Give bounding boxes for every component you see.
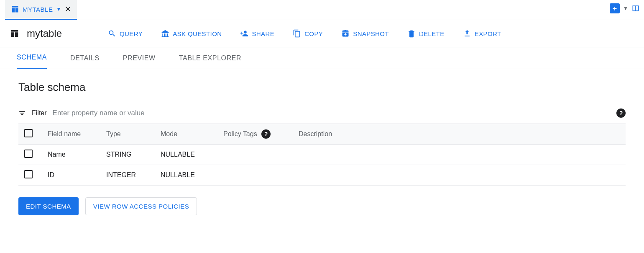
tab-strip: MYTABLE ▼ ✕: [0, 0, 644, 20]
share-button[interactable]: SHARE: [240, 29, 274, 38]
cell-policy-tags: [217, 145, 293, 165]
col-type: Type: [100, 124, 155, 145]
snapshot-button[interactable]: SNAPSHOT: [341, 29, 389, 38]
col-policy-tags: Policy Tags ?: [217, 124, 293, 145]
museum-icon: [161, 29, 169, 38]
table-header-row: Field name Type Mode Policy Tags ? Descr…: [18, 124, 626, 145]
subtabs: SCHEMA DETAILS PREVIEW TABLE EXPLORER: [0, 47, 644, 69]
query-button-label: QUERY: [120, 30, 143, 37]
export-label: EXPORT: [475, 30, 501, 37]
edit-schema-button[interactable]: EDIT SCHEMA: [18, 197, 79, 215]
table-icon: [11, 5, 19, 13]
cell-description: [293, 165, 626, 186]
chevron-down-icon[interactable]: ▼: [56, 6, 61, 12]
button-row: EDIT SCHEMA VIEW ROW ACCESS POLICIES: [18, 197, 626, 215]
share-label: SHARE: [252, 30, 274, 37]
snapshot-label: SNAPSHOT: [353, 30, 389, 37]
cell-field-name: ID: [42, 165, 100, 186]
help-icon[interactable]: ?: [261, 129, 271, 139]
toolbar: QUERY ASK QUESTION SHARE COPY SNAPSHOT D…: [108, 29, 501, 38]
col-description: Description: [293, 124, 626, 145]
cell-field-name: Name: [42, 145, 100, 165]
snapshot-icon: [341, 29, 350, 38]
cell-type: INTEGER: [100, 165, 155, 186]
close-icon[interactable]: ✕: [65, 5, 72, 14]
filter-input[interactable]: [53, 109, 611, 117]
delete-icon: [407, 29, 416, 38]
tab-menu-caret[interactable]: ▼: [623, 5, 628, 11]
top-right-controls: ＋ ▼: [610, 3, 640, 13]
row-checkbox[interactable]: [24, 150, 33, 158]
table-row: ID INTEGER NULLABLE: [18, 165, 626, 186]
copy-button[interactable]: COPY: [293, 29, 323, 38]
workspace-tab-mytable[interactable]: MYTABLE ▼ ✕: [5, 0, 77, 20]
tab-details[interactable]: DETAILS: [70, 47, 100, 69]
filter-icon: [18, 109, 26, 117]
col-mode: Mode: [155, 124, 217, 145]
content: Table schema Filter ? Field name Type Mo…: [0, 69, 644, 227]
select-all-checkbox[interactable]: [24, 129, 33, 137]
export-button[interactable]: EXPORT: [463, 29, 501, 38]
tab-schema[interactable]: SCHEMA: [17, 47, 47, 69]
title-left: mytable: [10, 28, 62, 39]
cell-policy-tags: [217, 165, 293, 186]
page-title: mytable: [27, 28, 62, 39]
table-row: Name STRING NULLABLE: [18, 145, 626, 165]
filter-row: Filter ?: [18, 104, 626, 124]
tab-preview[interactable]: PREVIEW: [123, 47, 156, 69]
schema-table: Field name Type Mode Policy Tags ? Descr…: [18, 124, 626, 186]
person-add-icon: [240, 29, 248, 38]
filter-label: Filter: [32, 109, 47, 117]
ask-question-button[interactable]: ASK QUESTION: [161, 29, 222, 38]
delete-button[interactable]: DELETE: [407, 29, 445, 38]
panel-icon[interactable]: [631, 4, 640, 13]
section-title: Table schema: [18, 81, 626, 94]
cell-mode: NULLABLE: [155, 145, 217, 165]
table-icon: [10, 29, 19, 38]
copy-label: COPY: [304, 30, 323, 37]
view-row-access-policies-button[interactable]: VIEW ROW ACCESS POLICIES: [85, 197, 197, 215]
delete-label: DELETE: [419, 30, 445, 37]
col-policy-tags-label: Policy Tags: [223, 130, 257, 137]
col-field-name: Field name: [42, 124, 100, 145]
help-icon[interactable]: ?: [616, 108, 626, 118]
export-icon: [463, 29, 471, 38]
ask-question-label: ASK QUESTION: [173, 30, 222, 37]
cell-mode: NULLABLE: [155, 165, 217, 186]
cell-type: STRING: [100, 145, 155, 165]
copy-icon: [293, 29, 301, 38]
workspace-tab-label: MYTABLE: [23, 6, 53, 13]
row-checkbox[interactable]: [24, 170, 33, 178]
tab-table-explorer[interactable]: TABLE EXPLORER: [179, 47, 242, 69]
add-tab-button[interactable]: ＋: [610, 3, 620, 13]
search-icon: [108, 29, 116, 38]
query-button[interactable]: QUERY: [108, 29, 143, 38]
title-bar: mytable QUERY ASK QUESTION SHARE COPY SN…: [0, 20, 644, 47]
cell-description: [293, 145, 626, 165]
